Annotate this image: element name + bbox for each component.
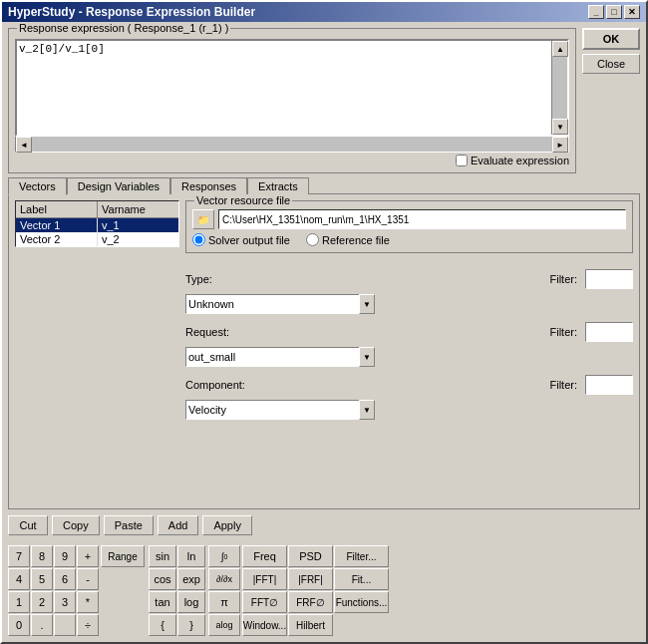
table-row[interactable]: Vector 2 v_2: [16, 232, 178, 246]
tab-design-variables[interactable]: Design Variables: [67, 177, 170, 194]
key-ln[interactable]: ln: [177, 545, 205, 567]
hilbert-button[interactable]: Hilbert: [288, 614, 333, 636]
component-row: Component: Filter:: [185, 375, 633, 395]
key-deriv[interactable]: ∂/∂x: [208, 568, 240, 590]
request-dropdown-row: out_small ▼: [185, 347, 633, 367]
key-divide[interactable]: ÷: [77, 614, 99, 636]
dialog-buttons: OK Close: [582, 28, 640, 173]
radio-solver-input[interactable]: [192, 233, 205, 246]
tab-responses[interactable]: Responses: [170, 177, 247, 194]
key-3[interactable]: 3: [54, 591, 76, 613]
expression-text[interactable]: v_2[0]/v_1[0]: [17, 41, 551, 135]
paste-button[interactable]: Paste: [104, 515, 154, 535]
key-0[interactable]: 0: [8, 614, 30, 636]
ifrf-button[interactable]: |FRF|: [288, 568, 333, 590]
minimize-button[interactable]: _: [588, 5, 604, 19]
special-pad: ∫0 ∂/∂x π alog: [208, 545, 236, 636]
psd-button[interactable]: PSD: [288, 545, 333, 567]
file-path-text: C:\User\HX_1351\nom_run\m_1\HX_1351: [222, 214, 409, 225]
component-filter-label: Filter:: [550, 379, 578, 391]
key-6[interactable]: 6: [54, 568, 76, 590]
scroll-left-button[interactable]: ◄: [16, 137, 32, 153]
eval-checkbox-label[interactable]: Evaluate expression: [456, 155, 569, 166]
freq-button[interactable]: Freq: [242, 545, 287, 567]
apply-button[interactable]: Apply: [202, 515, 252, 535]
ok-button[interactable]: OK: [582, 28, 640, 50]
key-pi[interactable]: π: [208, 591, 240, 613]
key-sin[interactable]: sin: [149, 545, 176, 567]
key-close-brace[interactable]: }: [177, 614, 205, 636]
key-open-brace[interactable]: {: [149, 614, 176, 636]
key-multiply[interactable]: *: [77, 591, 99, 613]
functions-button[interactable]: Functions...: [334, 591, 389, 613]
key-9[interactable]: 9: [54, 545, 76, 567]
eval-checkbox[interactable]: [456, 155, 468, 166]
key-2[interactable]: 2: [31, 591, 53, 613]
window-button[interactable]: Window...: [242, 614, 287, 636]
radio-solver-output[interactable]: Solver output file: [192, 233, 290, 246]
range-button[interactable]: Range: [101, 545, 145, 567]
fit-button[interactable]: Fit...: [334, 568, 389, 590]
cut-button[interactable]: Cut: [8, 515, 48, 535]
vertical-scrollbar[interactable]: ▲ ▼: [551, 41, 567, 135]
titlebar-close-button[interactable]: ✕: [624, 5, 640, 19]
scroll-down-button[interactable]: ▼: [552, 119, 568, 135]
key-log[interactable]: log: [177, 591, 205, 613]
request-label: Request:: [185, 326, 250, 338]
radio-reference-input[interactable]: [306, 233, 319, 246]
horizontal-scrollbar[interactable]: ◄ ►: [15, 137, 569, 153]
request-row: Request: Filter:: [185, 322, 633, 342]
tab-vectors[interactable]: Vectors: [8, 177, 67, 195]
tab-extracts[interactable]: Extracts: [247, 177, 309, 194]
key-4[interactable]: 4: [8, 568, 30, 590]
ifft-button[interactable]: |FFT|: [242, 568, 287, 590]
frf-o-button[interactable]: FRF∅: [288, 591, 333, 613]
type-select[interactable]: Unknown: [185, 294, 375, 314]
range-section: Range: [101, 545, 145, 567]
folder-icon: 📁: [197, 214, 209, 225]
scroll-up-button[interactable]: ▲: [552, 41, 568, 57]
top-section: Response expression ( Response_1 (r_1) )…: [8, 28, 640, 173]
key-8[interactable]: 8: [31, 545, 53, 567]
tab-bar: Vectors Design Variables Responses Extra…: [8, 177, 640, 194]
expression-group: Response expression ( Response_1 (r_1) )…: [8, 28, 576, 173]
radio-reference-file[interactable]: Reference file: [306, 233, 390, 246]
add-button[interactable]: Add: [158, 515, 199, 535]
scroll-track-v: [552, 57, 567, 119]
empty-cell: [334, 614, 389, 636]
request-select[interactable]: out_small: [185, 347, 375, 367]
key-exp[interactable]: exp: [177, 568, 205, 590]
filter-button[interactable]: Filter...: [334, 545, 389, 567]
trig-pad: sin ln cos exp tan log { }: [149, 545, 205, 636]
fft-o-button[interactable]: FFT∅: [242, 591, 287, 613]
key-dot[interactable]: .: [31, 614, 53, 636]
key-minus[interactable]: -: [77, 568, 99, 590]
window-content: Response expression ( Response_1 (r_1) )…: [2, 22, 646, 642]
vector-list-section: Label Varname Vector 1 v_1 Vector 2 v_2: [15, 200, 179, 502]
key-1[interactable]: 1: [8, 591, 30, 613]
component-select[interactable]: Velocity: [185, 400, 375, 420]
expression-group-label: Response expression ( Response_1 (r_1) ): [17, 22, 230, 34]
key-cos[interactable]: cos: [149, 568, 176, 590]
key-7[interactable]: 7: [8, 545, 30, 567]
expression-section: Response expression ( Response_1 (r_1) )…: [8, 28, 576, 173]
scroll-right-button[interactable]: ►: [552, 137, 568, 153]
maximize-button[interactable]: □: [606, 5, 622, 19]
request-filter-input[interactable]: [585, 322, 633, 342]
number-pad: 7 8 9 + 4 5 6 - 1 2 3 * 0 . ÷: [8, 545, 99, 636]
copy-button[interactable]: Copy: [52, 515, 100, 535]
scroll-track-h: [32, 137, 552, 152]
col-header-label: Label: [16, 201, 98, 217]
key-alog[interactable]: alog: [208, 614, 240, 636]
key-5[interactable]: 5: [31, 568, 53, 590]
key-integral[interactable]: ∫0: [208, 545, 240, 567]
key-plus[interactable]: +: [77, 545, 99, 567]
file-open-button[interactable]: 📁: [192, 209, 214, 229]
type-filter-input[interactable]: [585, 269, 633, 289]
table-row[interactable]: Vector 1 v_1: [16, 218, 178, 232]
component-filter-input[interactable]: [585, 375, 633, 395]
right-func-pad: Freq PSD Filter... |FFT| |FRF| Fit... FF…: [242, 545, 389, 636]
key-empty[interactable]: [54, 614, 76, 636]
close-button[interactable]: Close: [582, 54, 640, 74]
key-tan[interactable]: tan: [149, 591, 176, 613]
